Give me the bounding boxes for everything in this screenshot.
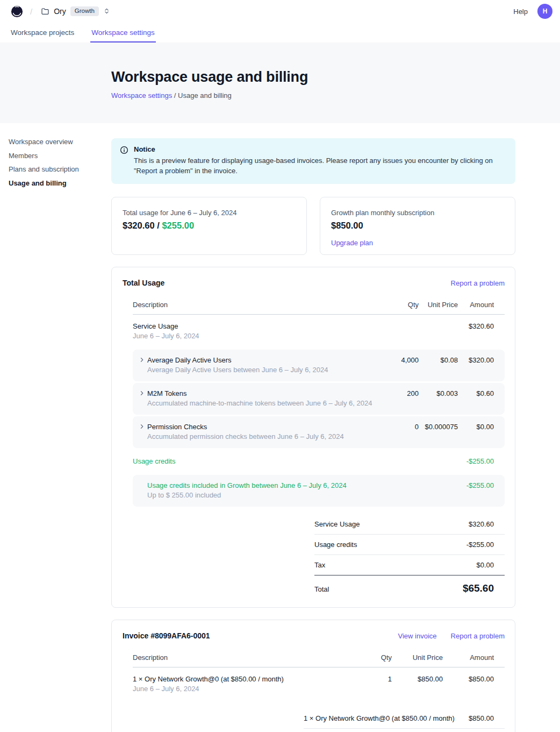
row-subtitle: June 6 – July 6, 2024 bbox=[133, 331, 376, 340]
folder-icon bbox=[41, 7, 49, 16]
row-title: Usage credits bbox=[133, 457, 376, 466]
plan-amount: $850.00 bbox=[331, 221, 504, 231]
row-subtitle: Average Daily Active Users between June … bbox=[147, 365, 328, 374]
plan-subscription-card: Growth plan monthly subscription $850.00… bbox=[320, 197, 515, 255]
col-unit-price: Unit Price bbox=[392, 653, 443, 662]
table-row-permission-checks[interactable]: Permission Checks Accumulated permission… bbox=[133, 416, 505, 448]
usage-card-title: Total Usage bbox=[123, 279, 164, 287]
summary-label: Tax bbox=[314, 561, 325, 569]
invoice-table-header: Description Qty Unit Price Amount bbox=[133, 649, 505, 667]
tab-workspace-projects[interactable]: Workspace projects bbox=[10, 23, 75, 42]
row-title: 1 × Ory Network Growth@0 (at $850.00 / m… bbox=[133, 674, 341, 684]
row-amount: $320.00 bbox=[458, 356, 494, 365]
settings-sidebar: Workspace overview Members Plans and sub… bbox=[9, 138, 111, 193]
col-description: Description bbox=[133, 653, 341, 662]
usage-table: Description Qty Unit Price Amount Servic… bbox=[133, 296, 505, 594]
col-qty: Qty bbox=[341, 653, 392, 662]
user-avatar[interactable]: H bbox=[537, 4, 552, 19]
row-unit-price: $0.000075 bbox=[419, 422, 458, 431]
breadcrumb-sep: / bbox=[172, 91, 178, 100]
row-subtitle: Up to $ 255.00 included bbox=[147, 491, 376, 500]
chevron-right-icon[interactable] bbox=[139, 357, 145, 363]
report-problem-link[interactable]: Report a problem bbox=[451, 279, 505, 287]
info-icon bbox=[120, 146, 128, 176]
top-bar: / Ory Growth Help H bbox=[0, 0, 560, 23]
breadcrumb: Workspace settings / Usage and billing bbox=[111, 91, 539, 100]
table-row-growth-subscription: 1 × Ory Network Growth@0 (at $850.00 / m… bbox=[133, 667, 505, 701]
page-title: Workspace usage and billing bbox=[111, 69, 539, 86]
chevron-up-down-icon bbox=[103, 8, 110, 15]
summary-row-usage-credits: Usage credits -$255.00 bbox=[314, 535, 505, 555]
sidebar-item-members[interactable]: Members bbox=[9, 152, 111, 159]
breadcrumb-current: Usage and billing bbox=[178, 91, 232, 100]
row-subtitle: Accumulated permission checks between Ju… bbox=[147, 432, 344, 441]
usage-credit-value: $255.00 bbox=[162, 221, 194, 230]
workspace-switcher[interactable]: Ory Growth bbox=[40, 4, 111, 19]
total-usage-invoice-card: Total Usage Report a problem Description… bbox=[111, 267, 515, 608]
table-row-m2m-tokens[interactable]: M2M Tokens Accumulated machine-to-machin… bbox=[133, 383, 505, 415]
chevron-right-icon[interactable] bbox=[139, 423, 145, 430]
workspace-tabs: Workspace projects Workspace settings bbox=[0, 23, 560, 42]
view-invoice-link[interactable]: View invoice bbox=[398, 632, 437, 640]
breadcrumb-settings-link[interactable]: Workspace settings bbox=[111, 91, 172, 100]
invoice-card: Invoice #8099AFA6-0001 View invoice Repo… bbox=[111, 620, 515, 732]
row-subtitle: June 6 – July 6, 2024 bbox=[133, 684, 341, 693]
help-link[interactable]: Help bbox=[513, 8, 528, 16]
sidebar-item-plans-subscription[interactable]: Plans and subscription bbox=[9, 166, 111, 173]
summary-value: $320.60 bbox=[469, 520, 494, 528]
summary-value: $850.00 bbox=[469, 714, 494, 722]
row-amount: $850.00 bbox=[443, 674, 494, 684]
row-amount: $0.60 bbox=[458, 389, 494, 398]
row-amount: -$255.00 bbox=[458, 457, 494, 466]
notice-banner: Notice This is a preview feature for dis… bbox=[111, 138, 515, 184]
invoice-card-title: Invoice #8099AFA6-0001 bbox=[123, 631, 210, 640]
table-row-service-usage: Service Usage June 6 – July 6, 2024 $320… bbox=[133, 315, 505, 348]
usage-amount-separator: / bbox=[155, 221, 162, 230]
row-subtitle: Accumulated machine-to-machine tokens be… bbox=[147, 399, 372, 408]
total-value: $65.60 bbox=[463, 582, 494, 594]
total-label: Total bbox=[314, 585, 329, 593]
row-title: Permission Checks bbox=[147, 422, 344, 431]
usage-totals-summary: Service Usage $320.60 Usage credits -$25… bbox=[314, 514, 505, 594]
col-qty: Qty bbox=[376, 301, 419, 309]
plan-label: Growth plan monthly subscription bbox=[331, 209, 504, 217]
summary-row-service-usage: Service Usage $320.60 bbox=[314, 514, 505, 535]
row-qty: 200 bbox=[376, 389, 419, 398]
ory-logo-icon[interactable] bbox=[11, 5, 23, 18]
summary-row-tax: Tax $0.00 bbox=[314, 555, 505, 575]
row-unit-price: $850.00 bbox=[392, 674, 443, 684]
chevron-right-icon[interactable] bbox=[139, 390, 145, 396]
invoice-table: Description Qty Unit Price Amount 1 × Or… bbox=[133, 649, 505, 732]
row-unit-price: $0.08 bbox=[419, 356, 458, 365]
summary-value: -$255.00 bbox=[466, 541, 494, 549]
row-title: M2M Tokens bbox=[147, 389, 372, 398]
breadcrumb-separator: / bbox=[30, 7, 32, 16]
notice-title: Notice bbox=[134, 145, 505, 153]
page-header: Workspace usage and billing Workspace se… bbox=[0, 42, 560, 123]
usage-table-header: Description Qty Unit Price Amount bbox=[133, 296, 505, 315]
total-usage-label: Total usage for June 6 – July 6, 2024 bbox=[123, 209, 296, 217]
sidebar-item-workspace-overview[interactable]: Workspace overview bbox=[9, 138, 111, 145]
row-unit-price: $0.003 bbox=[419, 389, 458, 398]
summary-row-tax: Tax $0.00 bbox=[304, 729, 505, 732]
tab-workspace-settings[interactable]: Workspace settings bbox=[90, 23, 156, 42]
row-amount: $0.00 bbox=[458, 422, 494, 431]
row-title: Average Daily Active Users bbox=[147, 356, 328, 365]
report-problem-link[interactable]: Report a problem bbox=[451, 632, 505, 640]
row-title: Usage credits included in Growth between… bbox=[147, 481, 376, 490]
row-amount: $320.60 bbox=[458, 322, 494, 331]
upgrade-plan-link[interactable]: Upgrade plan bbox=[331, 239, 373, 247]
col-unit-price: Unit Price bbox=[419, 301, 458, 309]
row-title: Service Usage bbox=[133, 322, 376, 331]
table-row-daily-active-users[interactable]: Average Daily Active Users Average Daily… bbox=[133, 350, 505, 381]
workspace-name: Ory bbox=[54, 7, 66, 16]
table-row-usage-credits-included: Usage credits included in Growth between… bbox=[133, 475, 505, 507]
invoice-totals-summary: 1 × Ory Network Growth@0 (at $850.00 / m… bbox=[304, 708, 505, 732]
row-qty: 1 bbox=[341, 674, 392, 684]
sidebar-item-usage-billing[interactable]: Usage and billing bbox=[9, 180, 111, 187]
usage-used-value: $320.60 bbox=[123, 221, 155, 230]
summary-row-total: Total $65.60 bbox=[314, 575, 505, 594]
table-row-usage-credits: Usage credits -$255.00 bbox=[133, 450, 505, 473]
col-amount: Amount bbox=[458, 301, 494, 309]
summary-label: Usage credits bbox=[314, 541, 357, 549]
